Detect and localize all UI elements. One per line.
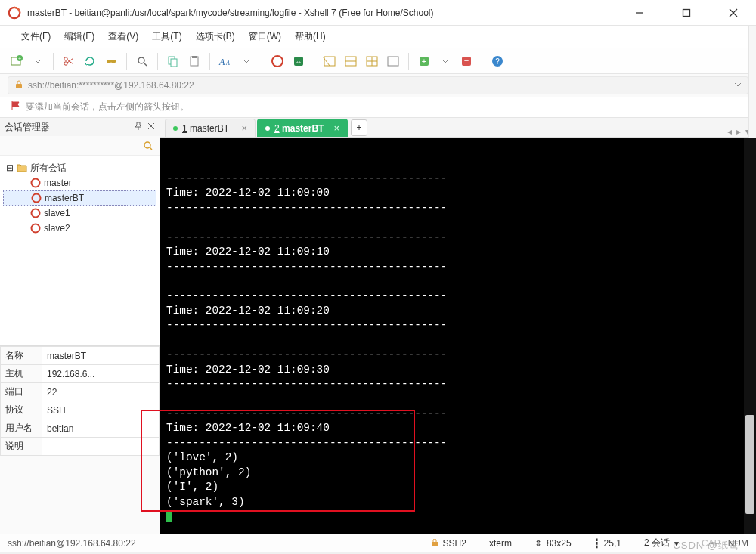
session-icon xyxy=(30,178,41,188)
status-ssh: SSH2 xyxy=(443,538,466,549)
tree-root[interactable]: ⊟ 所有会话 xyxy=(3,160,156,175)
svg-rect-48 xyxy=(432,542,438,546)
minimize-button[interactable] xyxy=(626,2,653,24)
status-dot-icon xyxy=(265,126,270,131)
session-label: masterBT xyxy=(45,193,84,203)
session-manager-title: 会话管理器 xyxy=(5,121,50,134)
menu-tools[interactable]: 工具(T) xyxy=(152,30,181,43)
prop-key: 协议 xyxy=(1,401,42,419)
tab-2[interactable]: 2 masterBT × xyxy=(257,119,348,137)
pin-icon[interactable] xyxy=(134,122,143,133)
status-pos: 25,1 xyxy=(604,538,621,549)
session-item-slave1[interactable]: slave1 xyxy=(3,206,156,221)
scissors-icon[interactable] xyxy=(60,52,78,70)
toolbar-divider xyxy=(126,53,127,70)
add-green-icon[interactable]: + xyxy=(415,52,433,70)
svg-text:A: A xyxy=(218,57,225,67)
remove-red-icon[interactable]: − xyxy=(457,52,476,70)
session-manager-header: 会话管理器 xyxy=(0,118,160,136)
dropdown-icon[interactable] xyxy=(237,52,256,70)
prop-value: beitian xyxy=(42,419,160,438)
xftp-icon[interactable]: ↔ xyxy=(290,52,308,70)
layout1-icon[interactable] xyxy=(321,52,339,70)
svg-rect-2 xyxy=(683,9,690,16)
prop-value: 192.168.6... xyxy=(42,365,160,383)
menu-edit[interactable]: 编辑(E) xyxy=(64,30,94,43)
main-area: 会话管理器 ⊟ 所有会话 mastermasterBTslave1slave2 … xyxy=(0,118,756,534)
help-icon[interactable]: ? xyxy=(488,52,507,70)
disconnect-icon[interactable] xyxy=(102,52,120,70)
chevron-down-icon[interactable] xyxy=(734,80,742,91)
tree-root-label: 所有会话 xyxy=(30,162,67,175)
session-search[interactable] xyxy=(0,136,160,156)
prop-key: 说明 xyxy=(1,438,42,456)
toolbar-divider xyxy=(262,53,262,70)
toolbar-divider xyxy=(314,53,314,70)
tab-bar: 1 masterBT × 2 masterBT × + ◂ ▸ ▾ xyxy=(160,118,756,138)
prop-key: 用户名 xyxy=(1,419,42,438)
svg-rect-17 xyxy=(171,59,177,67)
status-bar: ssh://beitian@192.168.64.80:22 SSH2 xter… xyxy=(0,534,756,552)
layout2-icon[interactable] xyxy=(342,52,360,70)
copy-icon[interactable] xyxy=(164,52,182,70)
prop-key: 端口 xyxy=(1,383,42,401)
menu-view[interactable]: 查看(V) xyxy=(108,30,138,43)
status-size: 83x25 xyxy=(547,538,572,549)
tab-1[interactable]: 1 masterBT × xyxy=(165,119,256,137)
session-icon xyxy=(30,223,41,234)
menu-tabs[interactable]: 选项卡(B) xyxy=(196,30,235,43)
prop-key: 主机 xyxy=(1,365,42,383)
maximize-button[interactable] xyxy=(673,2,700,24)
status-sessions: 2 会话 xyxy=(644,537,670,549)
reconnect-icon[interactable] xyxy=(81,52,99,70)
menu-file[interactable]: 文件(F) xyxy=(21,30,51,43)
tab-close-icon[interactable]: × xyxy=(241,122,247,134)
session-manager-panel: 会话管理器 ⊟ 所有会话 mastermasterBTslave1slave2 … xyxy=(0,118,160,534)
fullscreen-icon[interactable] xyxy=(384,52,402,70)
close-icon[interactable] xyxy=(147,122,155,133)
terminal[interactable]: ----------------------------------------… xyxy=(160,138,756,534)
new-tab-dropdown[interactable] xyxy=(29,52,47,70)
tab-close-icon[interactable]: × xyxy=(333,122,339,134)
collapse-icon[interactable]: ⊟ xyxy=(6,162,14,173)
tab-next-icon[interactable]: ▸ xyxy=(736,126,741,137)
terminal-scrollbar[interactable] xyxy=(744,138,756,534)
session-tree: ⊟ 所有会话 mastermasterBTslave1slave2 xyxy=(0,156,160,345)
xshell-icon[interactable] xyxy=(268,52,287,70)
prop-key: 名称 xyxy=(1,347,42,365)
search-icon[interactable] xyxy=(133,52,151,70)
menu-help[interactable]: 帮助(H) xyxy=(295,30,326,43)
tab-prev-icon[interactable]: ◂ xyxy=(727,126,732,137)
titlebar: masterBT - beitian@panli:/usr/local/spar… xyxy=(0,0,756,26)
svg-text:A: A xyxy=(225,60,230,67)
content-area: 1 masterBT × 2 masterBT × + ◂ ▸ ▾ ------… xyxy=(160,118,756,534)
address-text: ssh://beitian:**********@192.168.64.80:2… xyxy=(28,80,194,91)
svg-point-44 xyxy=(32,179,40,187)
lock-icon xyxy=(14,80,23,91)
session-item-slave2[interactable]: slave2 xyxy=(3,221,156,236)
session-item-master[interactable]: master xyxy=(3,175,156,190)
close-button[interactable] xyxy=(720,2,747,24)
new-session-button[interactable]: + xyxy=(8,52,26,70)
menu-window[interactable]: 窗口(W) xyxy=(249,30,281,43)
dropdown-icon[interactable] xyxy=(436,52,454,70)
toolbar-divider xyxy=(408,53,409,70)
session-icon xyxy=(30,208,41,218)
prop-value: 22 xyxy=(42,383,160,401)
address-input[interactable]: ssh://beitian:**********@192.168.64.80:2… xyxy=(8,76,748,94)
svg-point-42 xyxy=(144,142,150,148)
paste-icon[interactable] xyxy=(185,52,203,70)
font-icon[interactable]: AA xyxy=(216,52,234,70)
svg-line-26 xyxy=(323,57,330,66)
layout3-icon[interactable] xyxy=(363,52,381,70)
svg-rect-12 xyxy=(107,60,111,63)
app-icon xyxy=(8,6,21,20)
svg-text:+: + xyxy=(422,57,426,66)
svg-point-14 xyxy=(138,57,144,63)
session-label: slave1 xyxy=(44,208,70,218)
prop-value: masterBT xyxy=(42,347,160,365)
session-item-masterBT[interactable]: masterBT xyxy=(3,190,156,206)
new-tab-button[interactable]: + xyxy=(351,119,367,136)
svg-rect-32 xyxy=(388,57,398,66)
svg-rect-39 xyxy=(16,84,22,88)
